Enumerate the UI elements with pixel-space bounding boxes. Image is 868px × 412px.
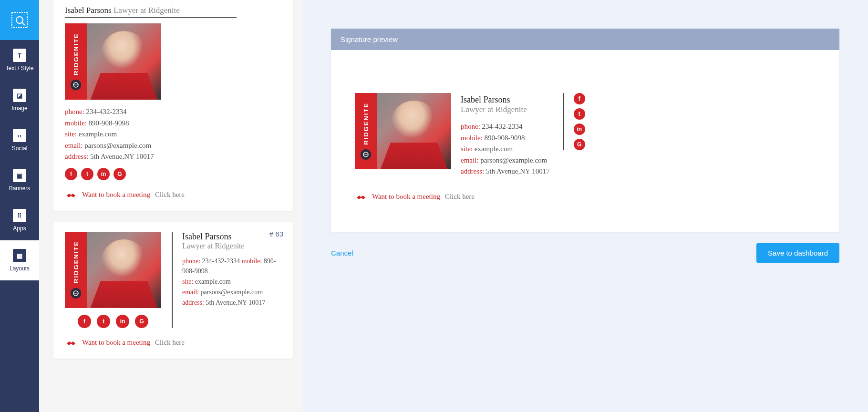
layouts-icon: ▦ [13,249,26,262]
company-badge-icon [71,80,81,90]
profile-photo [87,232,161,308]
email-label: email: [182,288,199,296]
meeting-click[interactable]: Click here [155,339,185,347]
sidebar-item-label: Social [12,145,28,152]
photo-block: RIDGENITE [65,23,281,100]
phone-label: phone: [182,258,200,265]
facebook-icon[interactable]: f [78,315,91,328]
mobile-label: mobile: [65,119,87,127]
meeting-row: Want to book a meeting Click here [65,189,281,201]
person-title: Lawyer at Ridgenite [114,6,180,15]
email-label: email: [461,156,479,164]
action-bar: Cancel Save to dashboard [331,243,839,263]
image-icon: ◪ [13,89,26,102]
contact-list: phone: 234-432-2334 mobile: 890-908-9098… [65,106,281,162]
name-line: Isabel Parsons Lawyer at Ridgenite [65,6,237,18]
sidebar-item-label: Banners [9,185,31,192]
text-icon: T [13,49,26,62]
socials-row: f t in G [65,315,161,328]
profile-photo [377,93,451,169]
meeting-click[interactable]: Click here [445,193,475,201]
person-name: Isabel Parsons [461,95,550,105]
meeting-row: Want to book a meeting Click here [65,337,281,349]
preview-header: Signature preview [331,29,839,50]
email-value: parsons@example.com [201,288,263,296]
facebook-icon[interactable]: f [65,168,77,180]
handshake-icon [65,189,77,201]
address-label: address: [182,299,204,306]
logo-icon [10,10,29,30]
preview-panel: Signature preview RIDGENITE Isabel Pars [302,0,868,412]
photo-block: RIDGENITE [355,93,451,169]
mobile-value: 890-908-9098 [89,119,129,127]
cancel-button[interactable]: Cancel [331,249,353,257]
linkedin-icon[interactable]: in [97,168,110,180]
sidebar-item-social[interactable]: ‹› Social [0,120,39,160]
google-icon[interactable]: G [135,315,148,328]
meeting-row: Want to book a meeting Click here [355,191,816,203]
site-value: example.com [195,278,231,285]
linkedin-icon[interactable]: in [574,124,585,135]
mobile-label: mobile: [241,258,262,265]
site-label: site: [461,145,473,153]
company-badge-icon [361,149,371,160]
company-bar: RIDGENITE [355,93,377,169]
email-value: parsons@example.com [480,156,547,164]
preview-body: RIDGENITE Isabel Parsons Lawyer at Ridge… [331,50,839,232]
person-name: Isabel Parsons [182,232,281,242]
handshake-icon [65,337,77,349]
sidebar-item-apps[interactable]: ⠿ Apps [0,200,39,240]
company-bar: RIDGENITE [65,232,87,308]
phone-value: 234-432-2334 [86,108,127,115]
twitter-icon[interactable]: t [97,315,110,328]
address-value: 5th Avenue,NY 10017 [486,167,550,175]
banner-icon: ▣ [13,169,26,182]
contact-list: phone: 234-432-2334 mobile: 890-908-9098… [182,256,281,308]
handshake-icon [355,191,367,203]
templates-scroll[interactable]: Isabel Parsons Lawyer at Ridgenite RIDGE… [39,0,302,412]
meeting-click[interactable]: Click here [155,191,185,199]
site-value: example.com [475,145,513,153]
sidebar-item-banners[interactable]: ▣ Banners [0,160,39,200]
sidebar-item-label: Apps [13,225,26,232]
facebook-icon[interactable]: f [574,93,585,104]
preview-box: Signature preview RIDGENITE Isabel Pars [331,29,839,232]
linkedin-icon[interactable]: in [116,315,129,328]
company-vert: RIDGENITE [72,241,80,283]
twitter-icon[interactable]: t [81,168,93,180]
phone-value: 234-432-2334 [202,258,240,265]
google-icon[interactable]: G [574,139,585,150]
contact-list: phone: 234-432-2334 mobile: 890-908-9098… [461,121,550,177]
app-root: T Text / Style ◪ Image ‹› Social ▣ Banne… [0,0,868,412]
save-button[interactable]: Save to dashboard [756,243,839,263]
address-value: 5th Avenue,NY 10017 [206,299,265,306]
google-icon[interactable]: G [114,168,126,180]
address-label: address: [65,153,88,160]
phone-value: 234-432-2334 [482,123,523,130]
phone-label: phone: [461,123,480,130]
sidebar-item-label: Layouts [10,265,30,272]
socials-column: f t in G [563,93,585,150]
svg-line-2 [22,22,25,25]
sidebar-item-image[interactable]: ◪ Image [0,80,39,120]
sidebar-item-layouts[interactable]: ▦ Layouts [0,240,39,280]
company-vert: RIDGENITE [362,103,370,145]
template-card[interactable]: Isabel Parsons Lawyer at Ridgenite RIDGE… [53,0,293,211]
photo-block: RIDGENITE [65,232,161,308]
meeting-text: Want to book a meeting [82,191,150,199]
email-label: email: [65,142,83,149]
sidebar: T Text / Style ◪ Image ‹› Social ▣ Banne… [0,0,39,412]
twitter-icon[interactable]: t [574,108,585,120]
sidebar-item-text-style[interactable]: T Text / Style [0,40,39,80]
email-value: parsons@example.com [84,142,151,149]
template-card[interactable]: # 63 RIDGENITE [53,222,293,359]
person-name: Isabel Parsons [65,6,112,15]
mobile-label: mobile: [461,134,483,142]
site-value: example.com [79,130,117,138]
socials-row: f t in G [65,168,281,180]
sidebar-item-label: Text / Style [6,65,34,72]
phone-label: phone: [65,108,84,115]
svg-rect-0 [12,12,27,28]
svg-point-1 [16,17,23,23]
app-logo[interactable] [0,0,39,40]
